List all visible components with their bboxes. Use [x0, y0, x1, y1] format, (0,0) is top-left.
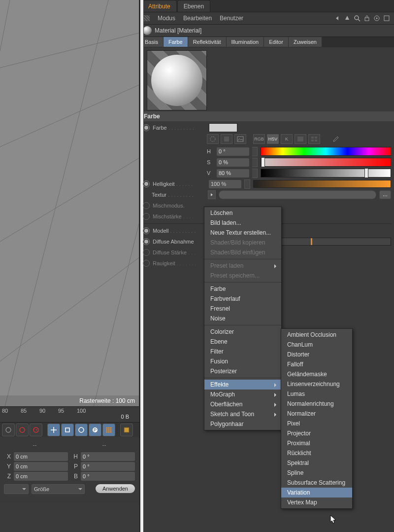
submenu-item[interactable]: Distorter: [281, 350, 352, 359]
menu-item[interactable]: Farbe: [204, 284, 281, 294]
swatch-list-icon[interactable]: [295, 134, 306, 144]
menu-user[interactable]: Benutzer: [220, 15, 243, 22]
menu-item[interactable]: Posterizer: [204, 366, 281, 376]
brightness-field[interactable]: 100 %: [209, 180, 241, 188]
submenu-item[interactable]: Spektral: [281, 458, 352, 468]
menu-item[interactable]: Fresnel: [204, 304, 281, 314]
rot-b[interactable]: 0 °: [81, 472, 135, 481]
submenu-item[interactable]: Subsurface Scattering: [281, 478, 352, 488]
menu-item[interactable]: Ebene: [204, 337, 281, 347]
swatch-grid-icon[interactable]: [308, 134, 320, 144]
submenu-item[interactable]: Geländemaske: [281, 369, 352, 379]
model-radio[interactable]: [143, 227, 150, 234]
viewport-3d[interactable]: Rasterweite : 100 cm: [0, 0, 139, 406]
menu-item[interactable]: Noise: [204, 314, 281, 323]
submenu-item[interactable]: Vertex Map: [281, 497, 352, 507]
channel-reflectivity[interactable]: Reflektivität: [188, 37, 226, 47]
apply-button[interactable]: Anwenden: [96, 484, 135, 493]
back-icon[interactable]: [334, 15, 341, 22]
menu-item[interactable]: Effekte: [204, 380, 281, 390]
film-icon[interactable]: [120, 424, 133, 436]
submenu-item[interactable]: Linsenverzeichnung: [281, 379, 352, 389]
parent-tool[interactable]: P: [89, 424, 101, 436]
submenu-item[interactable]: Variation: [281, 488, 352, 497]
new-icon[interactable]: [383, 15, 390, 22]
tab-attribute[interactable]: Attribute: [142, 0, 177, 12]
undo-icon[interactable]: [2, 424, 15, 436]
color-box-icon[interactable]: [221, 134, 232, 144]
texture-slot[interactable]: [219, 190, 376, 199]
eyedropper-icon[interactable]: [330, 134, 341, 143]
channel-editor[interactable]: Editor: [264, 37, 288, 47]
rgb-mode[interactable]: RGB: [253, 134, 265, 144]
menu-item[interactable]: Löschen: [204, 208, 281, 218]
submenu-item[interactable]: ChanLum: [281, 340, 352, 350]
hue-spinner[interactable]: [252, 147, 258, 156]
menu-item[interactable]: Bild laden...: [204, 218, 281, 228]
timeline[interactable]: 80859095100 0 B: [0, 406, 139, 423]
pos-z[interactable]: 0 cm: [14, 472, 68, 481]
rotate-tool[interactable]: [75, 424, 88, 436]
channel-illumination[interactable]: Illumination: [227, 37, 264, 47]
menu-item[interactable]: Farbverlauf: [204, 294, 281, 304]
pos-y[interactable]: 0 cm: [14, 462, 68, 471]
target-icon[interactable]: [373, 15, 380, 22]
channel-assign[interactable]: Zuweisen: [289, 37, 322, 47]
submenu-item[interactable]: Proximal: [281, 438, 352, 448]
submenu-item[interactable]: Projector: [281, 428, 352, 438]
val-spinner[interactable]: [252, 169, 258, 178]
menu-item[interactable]: Colorizer: [204, 327, 281, 337]
scale-tool[interactable]: [61, 424, 74, 436]
submenu-item[interactable]: Normalizer: [281, 409, 352, 419]
size-dropdown[interactable]: Größe: [32, 484, 85, 494]
hue-field[interactable]: 0 °: [217, 147, 249, 156]
submenu-item[interactable]: Pixel: [281, 419, 352, 428]
rot-p[interactable]: 0 °: [81, 462, 135, 471]
texture-menu-button[interactable]: [208, 190, 216, 199]
rot-h[interactable]: 0 °: [81, 452, 135, 461]
hue-slider[interactable]: [261, 147, 391, 156]
diffuse-falloff-radio[interactable]: [143, 238, 150, 245]
menu-item[interactable]: Polygonhaar: [204, 419, 281, 429]
menu-item[interactable]: Fusion: [204, 356, 281, 366]
sat-spinner[interactable]: [252, 158, 258, 167]
coord-mode-dropdown[interactable]: [4, 484, 29, 494]
search-icon[interactable]: [354, 15, 361, 22]
material-preview[interactable]: [147, 50, 207, 110]
submenu-item[interactable]: Normalenrichtung: [281, 399, 352, 409]
grid-tool[interactable]: [102, 424, 115, 436]
menu-mode[interactable]: Modus: [158, 15, 175, 22]
tab-layers[interactable]: Ebenen: [177, 0, 210, 12]
color-picture-icon[interactable]: [234, 134, 246, 144]
pos-x[interactable]: 0 cm: [14, 452, 68, 461]
brightness-radio[interactable]: [143, 180, 150, 187]
brightness-slider[interactable]: [253, 180, 391, 188]
up-icon[interactable]: [344, 15, 351, 22]
move-tool[interactable]: [47, 424, 60, 436]
menu-item[interactable]: Filter: [204, 347, 281, 356]
texture-context-menu[interactable]: LöschenBild laden...Neue Textur erstelle…: [204, 207, 282, 430]
color-enable-radio[interactable]: [143, 124, 150, 131]
val-field[interactable]: 80 %: [217, 169, 249, 177]
menu-item[interactable]: Oberflächen: [204, 399, 281, 409]
color-wheel-icon[interactable]: [207, 134, 219, 144]
submenu-item[interactable]: Spline: [281, 468, 352, 478]
menu-item[interactable]: Neue Textur erstellen...: [204, 228, 281, 238]
channel-color[interactable]: Farbe: [164, 37, 188, 47]
color-swatch[interactable]: [209, 123, 237, 132]
sat-field[interactable]: 0 %: [217, 158, 249, 167]
sat-slider[interactable]: [261, 158, 391, 167]
k-mode[interactable]: K: [281, 134, 293, 144]
menu-item[interactable]: MoGraph: [204, 390, 281, 399]
help-icon[interactable]: ?: [30, 424, 42, 436]
hsv-mode[interactable]: HSV: [267, 134, 279, 144]
lock-icon[interactable]: [363, 15, 370, 22]
submenu-item[interactable]: Rücklicht: [281, 448, 352, 458]
submenu-item[interactable]: Ambient Occlusion: [281, 330, 352, 340]
redo-icon[interactable]: [16, 424, 29, 436]
texture-browse-button[interactable]: ...: [379, 190, 391, 199]
val-slider[interactable]: [261, 169, 391, 177]
menu-item[interactable]: Sketch and Toon: [204, 409, 281, 419]
menu-edit[interactable]: Bearbeiten: [183, 15, 212, 22]
submenu-item[interactable]: Falloff: [281, 359, 352, 369]
